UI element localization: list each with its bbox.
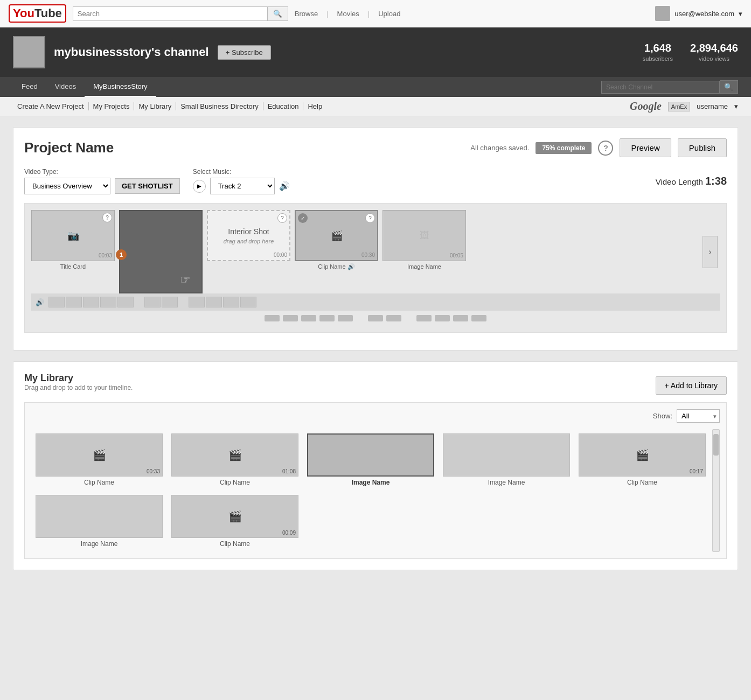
scrubber-dot-1[interactable] [265,315,280,321]
my-library-link[interactable]: My Library [134,102,176,110]
library-thumb-3[interactable] [307,433,434,477]
library-scrollbar[interactable] [712,429,720,552]
strip-3 [83,297,99,307]
clip-clip-name[interactable]: ✓ ? 🎬 00:30 Clip Name 🔊 [295,210,378,270]
scrubber-dot-9[interactable] [435,315,450,321]
browse-link[interactable]: Browse [295,10,318,18]
avatar [655,6,670,21]
library-item-1[interactable]: 🎬 00:33 Clip Name [36,433,163,486]
clip-thumbnail-selected[interactable]: 1 ☞ [119,210,203,293]
channel-nav: Feed Videos MyBusinessStory 🔍 [0,77,751,97]
small-biz-link[interactable]: Small Business Directory [176,102,263,110]
scrollbar-thumb[interactable] [713,434,719,456]
clip-selected[interactable]: 1 ☞ [119,210,203,293]
timeline-volume-icon[interactable]: 🔊 [36,298,44,306]
education-link[interactable]: Education [263,102,304,110]
clip-info-badge-4[interactable]: ? [365,213,375,223]
library-thumb-time-7: 00:09 [282,530,296,536]
scrubber-dot-11[interactable] [471,315,486,321]
library-item-name-6: Image Name [81,540,118,548]
clip-image-name[interactable]: 🖼 00:05 Image Name [383,210,466,270]
strip-10 [223,297,239,307]
library-thumb-icon-5: 🎬 [636,449,649,461]
music-volume-icon[interactable]: 🔊 [279,181,290,191]
create-project-link[interactable]: Create A New Project [13,102,89,110]
music-select[interactable]: Track 2 [210,178,275,194]
library-thumb-5[interactable]: 🎬 00:17 [579,433,706,477]
clip-info-badge-3[interactable]: ? [277,213,287,223]
channel-nav-mybusiness[interactable]: MyBusinessStory [85,77,156,97]
publish-button[interactable]: Publish [678,138,727,157]
library-header: My Library Drag and drop to add to your … [24,373,727,398]
search-button[interactable]: 🔍 [268,6,288,21]
top-username-dropdown[interactable]: ▾ [734,102,738,110]
sep2: | [368,10,370,18]
movies-link[interactable]: Movies [337,10,359,18]
library-thumb-6[interactable] [36,495,163,538]
youtube-header: YouTube 🔍 Browse | Movies | Upload user@… [0,0,751,27]
clip-camera-icon-1: 📷 [67,230,79,242]
scrubber-dot-10[interactable] [453,315,468,321]
library-thumb-4[interactable] [443,433,570,477]
scrubber-dot-2[interactable] [283,315,298,321]
library-thumb-7[interactable]: 🎬 00:09 [171,495,298,538]
filter-select[interactable]: AllClipsImages [677,409,720,423]
search-input[interactable] [73,6,268,21]
library-item-6[interactable]: Image Name [36,495,163,548]
my-projects-link[interactable]: My Projects [89,102,135,110]
music-play-button[interactable]: ▶ [193,180,206,193]
library-item-4[interactable]: Image Name [443,433,570,486]
clip-thumbnail-title-card[interactable]: ? 📷 00:03 [31,210,115,261]
timeline: ? 📷 00:03 Title Card 1 ☞ [24,203,727,333]
top-username[interactable]: username [697,102,728,110]
channel-nav-feed[interactable]: Feed [13,77,46,97]
help-button[interactable]: ? [598,141,613,156]
scrubber-dot-6[interactable] [368,315,383,321]
music-group: Select Music: ▶ Track 2 🔊 [193,168,290,194]
library-item-5[interactable]: 🎬 00:17 Clip Name [579,433,706,486]
timeline-nav-next[interactable]: › [703,236,718,268]
library-thumb-2[interactable]: 🎬 01:08 [171,433,298,477]
add-to-library-button[interactable]: + Add to Library [656,376,727,395]
clip-label-5: Image Name [407,263,441,270]
channel-search-input[interactable] [601,81,720,94]
strip-5 [117,297,134,307]
interior-shot-title: Interior Shot [224,227,274,236]
library-grid-container: 🎬 00:33 Clip Name 🎬 01:08 Clip Name [31,429,720,552]
clip-title-card[interactable]: ? 📷 00:03 Title Card [31,210,115,270]
shotlist-button[interactable]: GET SHOTLIST [115,178,180,194]
library-section: My Library Drag and drop to add to your … [13,361,738,570]
timeline-clips-container: ? 📷 00:03 Title Card 1 ☞ [31,210,720,293]
upload-link[interactable]: Upload [378,10,400,18]
library-thumb-time-5: 00:17 [690,468,703,474]
scrubber-dot-8[interactable] [416,315,432,321]
strip-11 [240,297,256,307]
timeline-bottom: 🔊 [31,293,720,311]
username-label[interactable]: user@website.com [674,10,734,18]
clip-info-badge-1[interactable]: ? [102,213,112,222]
subscribe-button[interactable]: + Subscribe [218,45,271,60]
scrubber-dot-4[interactable] [319,315,335,321]
youtube-logo: YouTube [9,4,66,23]
scrubber-dot-7[interactable] [386,315,401,321]
library-item-3[interactable]: Image Name [307,433,434,486]
library-item-7[interactable]: 🎬 00:09 Clip Name [171,495,298,548]
library-thumb-1[interactable]: 🎬 00:33 [36,433,163,477]
clip-thumbnail-clip-name[interactable]: ✓ ? 🎬 00:30 [295,210,378,261]
channel-nav-videos[interactable]: Videos [46,77,85,97]
clip-thumbnail-image-name[interactable]: 🖼 00:05 [383,210,466,261]
preview-button[interactable]: Preview [620,138,671,157]
scrubber-dot-3[interactable] [301,315,316,321]
channel-search-button[interactable]: 🔍 [720,80,738,94]
help-link[interactable]: Help [303,102,326,110]
user-dropdown-icon[interactable]: ▾ [739,10,742,18]
scrubber-dot-5[interactable] [338,315,353,321]
clip-thumbnail-interior[interactable]: ? Interior Shot drag and drop here 00:00 [207,210,290,261]
user-section: user@website.com ▾ [655,6,742,21]
clip-interior-shot[interactable]: ? Interior Shot drag and drop here 00:00 [207,210,290,263]
video-type-select[interactable]: Business Overview [24,178,110,194]
saved-text: All changes saved. [470,144,529,152]
project-editor: Project Name All changes saved. 75% comp… [13,127,738,351]
library-item-2[interactable]: 🎬 01:08 Clip Name [171,433,298,486]
strip-1 [48,297,65,307]
